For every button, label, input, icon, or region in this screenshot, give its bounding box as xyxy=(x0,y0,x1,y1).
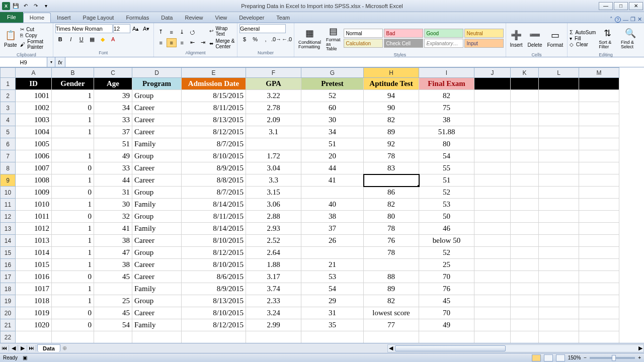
cell-A5[interactable]: 1004 xyxy=(16,126,52,138)
column-header-E[interactable]: E xyxy=(182,68,246,78)
cell-M14[interactable] xyxy=(579,235,619,247)
cell-C18[interactable] xyxy=(94,283,132,295)
tab-next-button[interactable]: ▶ xyxy=(18,345,27,351)
align-center-button[interactable]: ≡ xyxy=(167,38,177,47)
cell-D15[interactable]: Group xyxy=(132,247,182,259)
cell-B18[interactable]: 1 xyxy=(52,283,94,295)
cell-K17[interactable] xyxy=(511,271,539,283)
style-neutral[interactable]: Neutral xyxy=(464,29,504,38)
cell-D11[interactable]: Family xyxy=(132,199,182,211)
cell-K7[interactable] xyxy=(511,150,539,162)
doc-restore-icon[interactable]: ❐ xyxy=(630,16,635,23)
maximize-button[interactable]: □ xyxy=(614,2,628,10)
tab-first-button[interactable]: ⏮ xyxy=(0,345,9,351)
cell-B13[interactable]: 1 xyxy=(52,223,94,235)
cell-K14[interactable] xyxy=(511,235,539,247)
name-box-dropdown[interactable]: ▾ xyxy=(47,57,55,67)
cut-button[interactable]: ✂ Cut xyxy=(20,27,51,32)
cell-G5[interactable]: 34 xyxy=(301,126,364,138)
cell-F22[interactable] xyxy=(246,331,301,343)
doc-minimize-icon[interactable]: — xyxy=(623,17,628,23)
shrink-font-button[interactable]: A▾ xyxy=(141,24,151,33)
cell-styles-gallery[interactable]: NormalBadGoodNeutralCalculationCheck Cel… xyxy=(344,29,504,48)
cell-B12[interactable]: 0 xyxy=(52,211,94,223)
cell-L8[interactable] xyxy=(539,162,579,174)
cell-G8[interactable]: 44 xyxy=(301,162,364,174)
cell-K9[interactable] xyxy=(511,174,539,187)
cell-G6[interactable]: 51 xyxy=(301,138,364,150)
cell-I11[interactable]: 53 xyxy=(419,199,474,211)
cell-I3[interactable]: 75 xyxy=(419,102,474,114)
cell-A17[interactable]: 1016 xyxy=(16,271,52,283)
cell-I14[interactable]: below 50 xyxy=(419,235,474,247)
row-header-20[interactable]: 20 xyxy=(1,307,16,319)
increase-decimal-button[interactable]: .0→ xyxy=(271,35,281,44)
column-header-I[interactable]: I xyxy=(419,68,474,78)
select-all-corner[interactable] xyxy=(1,68,16,78)
cell-J1[interactable] xyxy=(474,78,511,90)
cell-I7[interactable]: 54 xyxy=(419,150,474,162)
column-header-J[interactable]: J xyxy=(474,68,511,78)
cell-I21[interactable]: 49 xyxy=(419,319,474,331)
cell-E17[interactable]: 8/6/2015 xyxy=(182,271,246,283)
cell-D10[interactable]: Group xyxy=(132,187,182,199)
cell-E4[interactable]: 8/13/2015 xyxy=(182,114,246,126)
column-header-A[interactable]: A xyxy=(16,68,52,78)
number-format-select[interactable] xyxy=(239,24,286,33)
zoom-slider-thumb[interactable] xyxy=(612,355,616,361)
cell-C8[interactable]: 33 xyxy=(94,162,132,174)
cell-G10[interactable] xyxy=(301,187,364,199)
cell-K19[interactable] xyxy=(511,295,539,307)
cell-D22[interactable] xyxy=(132,331,182,343)
increase-indent-button[interactable]: ⇥ xyxy=(198,38,208,47)
page-break-view-button[interactable] xyxy=(556,354,565,361)
cell-F13[interactable]: 2.93 xyxy=(246,223,301,235)
cell-G15[interactable] xyxy=(301,247,364,259)
cell-C1[interactable]: Age xyxy=(94,78,132,90)
cell-L11[interactable] xyxy=(539,199,579,211)
tab-home[interactable]: Home xyxy=(23,13,51,23)
cell-L16[interactable] xyxy=(539,259,579,271)
scroll-left-button[interactable]: ◀ xyxy=(388,345,394,351)
fill-button[interactable]: ▾ Fill xyxy=(570,36,596,41)
row-header-2[interactable]: 2 xyxy=(1,90,16,102)
cell-C6[interactable]: 51 xyxy=(94,138,132,150)
cell-B22[interactable] xyxy=(52,331,94,343)
cell-A19[interactable]: 1018 xyxy=(16,295,52,307)
cell-G2[interactable]: 52 xyxy=(301,90,364,102)
scroll-right-button[interactable]: ▶ xyxy=(637,345,643,351)
cell-B20[interactable]: 0 xyxy=(52,307,94,319)
cell-J15[interactable] xyxy=(474,247,511,259)
cell-B4[interactable]: 1 xyxy=(52,114,94,126)
cell-D18[interactable]: Family xyxy=(132,283,182,295)
percent-button[interactable]: % xyxy=(250,35,260,44)
cell-K21[interactable] xyxy=(511,319,539,331)
cell-L1[interactable] xyxy=(539,78,579,90)
cell-F4[interactable]: 2.09 xyxy=(246,114,301,126)
cell-F5[interactable]: 3.1 xyxy=(246,126,301,138)
qat-save-icon[interactable]: 💾 xyxy=(11,2,20,11)
cell-G14[interactable]: 26 xyxy=(301,235,364,247)
cell-H12[interactable]: 80 xyxy=(364,211,419,223)
cell-G7[interactable]: 20 xyxy=(301,150,364,162)
doc-close-icon[interactable]: ✕ xyxy=(637,16,642,23)
cell-G19[interactable]: 29 xyxy=(301,295,364,307)
cell-H18[interactable]: 89 xyxy=(364,283,419,295)
cell-L10[interactable] xyxy=(539,187,579,199)
cell-H22[interactable] xyxy=(364,331,419,343)
cell-E11[interactable]: 8/14/2015 xyxy=(182,199,246,211)
cell-G12[interactable]: 38 xyxy=(301,211,364,223)
row-header-13[interactable]: 13 xyxy=(1,223,16,235)
cell-I6[interactable]: 80 xyxy=(419,138,474,150)
zoom-slider[interactable] xyxy=(590,357,635,359)
cell-F12[interactable]: 2.88 xyxy=(246,211,301,223)
cell-M8[interactable] xyxy=(579,162,619,174)
cell-K20[interactable] xyxy=(511,307,539,319)
cell-M5[interactable] xyxy=(579,126,619,138)
sheet-tab-data[interactable]: Data xyxy=(37,344,60,352)
cell-C15[interactable]: 47 xyxy=(94,247,132,259)
cell-B6[interactable] xyxy=(52,138,94,150)
row-header-21[interactable]: 21 xyxy=(1,319,16,331)
cell-D5[interactable]: Career xyxy=(132,126,182,138)
macro-record-icon[interactable]: ▣ xyxy=(23,355,27,360)
